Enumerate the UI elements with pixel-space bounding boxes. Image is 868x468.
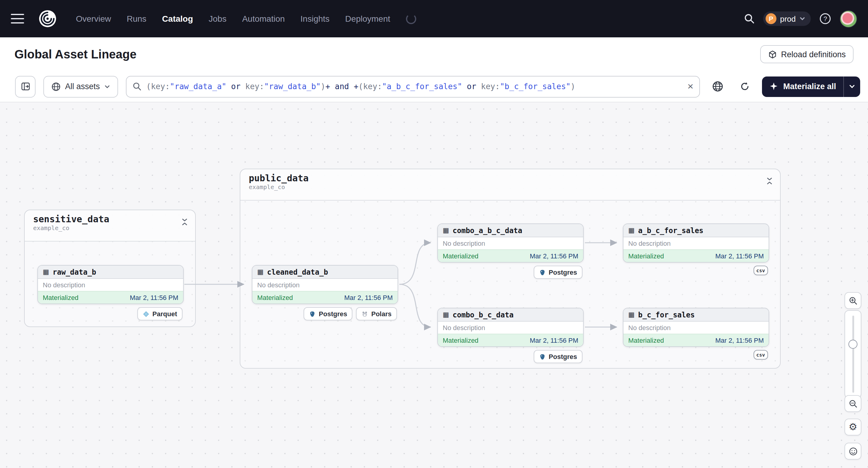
graph-view-globe-button[interactable] xyxy=(708,76,727,97)
user-avatar[interactable] xyxy=(840,10,857,27)
asset-tags: Parquet xyxy=(137,307,183,320)
kind-tag-csv[interactable]: csv xyxy=(753,266,768,275)
asset-status-row: Materialized Mar 2, 11:56 PM xyxy=(438,249,583,262)
table-icon: ▦ xyxy=(443,227,449,234)
hamburger-menu-icon[interactable] xyxy=(11,14,24,24)
materialize-all-main[interactable]: Materialize all xyxy=(762,82,843,91)
asset-description: No description xyxy=(252,279,398,291)
table-icon: ▦ xyxy=(628,311,634,318)
zoom-slider[interactable] xyxy=(844,310,861,398)
dagster-logo-icon[interactable] xyxy=(38,10,57,28)
materialized-label: Materialized xyxy=(257,294,293,301)
asset-node-cleaned-data-b[interactable]: ▦ cleaned_data_b No description Material… xyxy=(252,265,398,304)
asset-node-combo-b-c-data[interactable]: ▦ combo_b_c_data No description Material… xyxy=(437,308,584,347)
asset-node-combo-a-b-c-data[interactable]: ▦ combo_a_b_c_data No description Materi… xyxy=(437,223,584,262)
nav-item-catalog[interactable]: Catalog xyxy=(162,14,193,24)
asset-description: No description xyxy=(623,237,769,249)
asset-query-input[interactable]: (key:"raw_data_a" or key:"raw_data_b")+ … xyxy=(126,75,700,97)
top-navbar: Overview Runs Catalog Jobs Automation In… xyxy=(0,0,868,37)
panel-open-icon xyxy=(20,81,30,92)
materialize-options-button[interactable] xyxy=(843,76,860,97)
deployment-switcher[interactable]: P prod xyxy=(763,11,811,26)
reload-definitions-label: Reload definitions xyxy=(781,50,846,59)
help-icon[interactable]: ? xyxy=(819,13,831,25)
asset-node-header[interactable]: ▦ raw_data_b xyxy=(38,266,183,279)
nav-item-runs[interactable]: Runs xyxy=(127,14,146,24)
zoom-out-icon xyxy=(848,399,858,408)
materialization-timestamp[interactable]: Mar 2, 11:56 PM xyxy=(715,337,764,344)
asset-node-a-b-c-for-sales[interactable]: ▦ a_b_c_for_sales No description Materia… xyxy=(623,223,769,262)
tag-label: Parquet xyxy=(152,310,177,317)
clear-query-button[interactable]: × xyxy=(688,81,693,92)
kind-tag-csv[interactable]: csv xyxy=(753,350,768,360)
toggle-sidebar-button[interactable] xyxy=(15,75,35,97)
zoom-slider-track[interactable] xyxy=(852,316,854,393)
asset-tags: Postgres xyxy=(534,350,583,363)
asset-name: a_b_c_for_sales xyxy=(638,226,704,235)
asset-node-header[interactable]: ▦ cleaned_data_b xyxy=(252,266,398,279)
postgres-icon xyxy=(539,353,546,360)
lineage-graph-canvas[interactable]: sensitive_data example_co public_data ex… xyxy=(0,102,868,468)
refresh-button[interactable] xyxy=(735,76,754,97)
tag-label: Postgres xyxy=(319,310,347,317)
asset-status-row: Materialized Mar 2, 11:56 PM xyxy=(252,291,398,304)
nav-item-overview[interactable]: Overview xyxy=(76,14,111,24)
materialization-timestamp[interactable]: Mar 2, 11:56 PM xyxy=(530,252,578,259)
kind-tag-parquet[interactable]: Parquet xyxy=(137,307,183,320)
asset-query-text[interactable]: (key:"raw_data_a" or key:"raw_data_b")+ … xyxy=(146,82,683,91)
asset-node-b-c-for-sales[interactable]: ▦ b_c_for_sales No description Materiali… xyxy=(623,308,769,347)
feedback-button[interactable] xyxy=(844,443,861,460)
kind-tag-polars[interactable]: Polars xyxy=(356,307,397,320)
chevron-down-icon xyxy=(104,84,110,89)
materialization-timestamp[interactable]: Mar 2, 11:56 PM xyxy=(130,294,178,301)
deployment-name: prod xyxy=(780,14,796,23)
chevron-down-icon xyxy=(799,15,805,22)
nav-item-insights[interactable]: Insights xyxy=(301,14,330,24)
deployment-initial-badge: P xyxy=(766,13,776,24)
lineage-toolbar: All assets (key:"raw_data_a" or key:"raw… xyxy=(0,71,868,102)
svg-text:?: ? xyxy=(824,15,827,23)
asset-name: cleaned_data_b xyxy=(267,268,328,276)
asset-node-raw-data-b[interactable]: ▦ raw_data_b No description Materialized… xyxy=(37,265,184,304)
asset-name: combo_b_c_data xyxy=(453,311,514,319)
asset-node-header[interactable]: ▦ b_c_for_sales xyxy=(623,308,769,322)
materialized-label: Materialized xyxy=(628,252,664,259)
search-icon xyxy=(132,82,142,91)
kind-tag-postgres[interactable]: Postgres xyxy=(304,307,353,320)
asset-scope-dropdown[interactable]: All assets xyxy=(43,75,118,97)
materialized-label: Materialized xyxy=(443,252,478,259)
polars-icon xyxy=(362,311,368,317)
asset-node-header[interactable]: ▦ a_b_c_for_sales xyxy=(623,224,769,237)
zoom-slider-knob[interactable] xyxy=(848,340,858,349)
zoom-in-button[interactable] xyxy=(844,292,861,309)
graph-settings-button[interactable]: ⚙ xyxy=(844,418,861,435)
asset-node-header[interactable]: ▦ combo_a_b_c_data xyxy=(438,224,583,237)
nav-item-jobs[interactable]: Jobs xyxy=(209,14,226,24)
nav-item-automation[interactable]: Automation xyxy=(242,14,285,24)
materialization-timestamp[interactable]: Mar 2, 11:56 PM xyxy=(715,252,764,259)
globe-icon xyxy=(712,81,723,92)
kind-tag-postgres[interactable]: Postgres xyxy=(534,266,583,279)
kind-tag-postgres[interactable]: Postgres xyxy=(534,350,583,363)
reload-definitions-button[interactable]: Reload definitions xyxy=(760,45,854,63)
zoom-out-button[interactable] xyxy=(844,395,861,412)
materialize-all-button[interactable]: Materialize all xyxy=(762,76,860,97)
loading-spinner-icon xyxy=(406,13,416,24)
asset-tags: Postgres Polars xyxy=(304,307,397,320)
asset-tags: csv xyxy=(753,348,768,360)
asset-tags: Postgres xyxy=(534,266,583,279)
asset-node-header[interactable]: ▦ combo_b_c_data xyxy=(438,308,583,322)
nav-item-deployment[interactable]: Deployment xyxy=(345,14,390,24)
table-icon: ▦ xyxy=(257,269,264,275)
asset-status-row: Materialized Mar 2, 11:56 PM xyxy=(438,334,583,346)
gear-icon: ⚙ xyxy=(849,422,858,432)
asset-description: No description xyxy=(438,322,583,334)
materialization-timestamp[interactable]: Mar 2, 11:56 PM xyxy=(344,294,393,301)
zoom-in-icon xyxy=(848,296,858,305)
search-icon[interactable] xyxy=(744,13,755,24)
materialize-all-label: Materialize all xyxy=(783,82,836,91)
page-title: Global Asset Lineage xyxy=(14,47,136,61)
materialized-label: Materialized xyxy=(43,294,79,301)
materialization-timestamp[interactable]: Mar 2, 11:56 PM xyxy=(530,337,578,344)
asset-name: raw_data_b xyxy=(53,268,96,276)
